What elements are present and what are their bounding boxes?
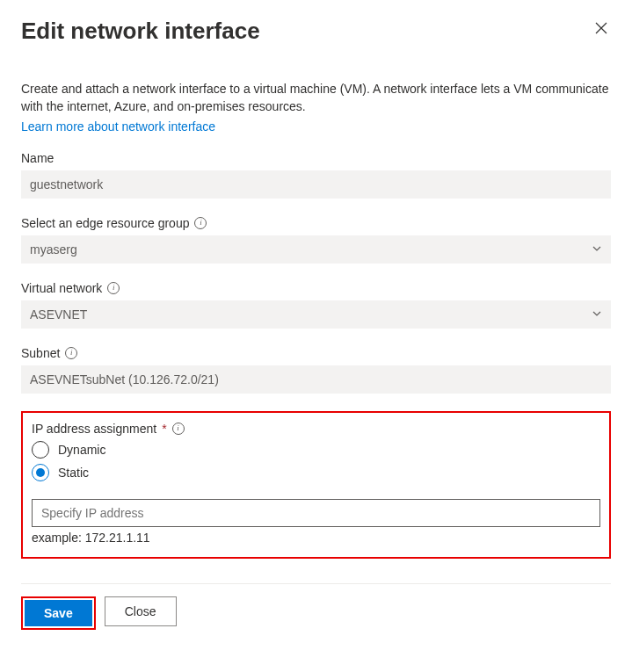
required-asterisk: * — [162, 422, 166, 436]
radio-static[interactable]: Static — [32, 464, 600, 481]
resource-group-label: Select an edge resource group i — [21, 216, 611, 230]
subnet-label: Subnet i — [21, 346, 611, 360]
name-input — [21, 170, 611, 199]
vnet-select[interactable] — [21, 300, 611, 329]
ip-address-input[interactable] — [32, 499, 600, 527]
resource-group-select[interactable] — [21, 235, 611, 264]
subnet-input — [21, 365, 611, 394]
save-button[interactable]: Save — [25, 600, 92, 626]
save-highlight: Save — [21, 596, 96, 630]
ip-example-text: example: 172.21.1.11 — [32, 531, 600, 545]
learn-more-link[interactable]: Learn more about network interface — [21, 119, 611, 134]
ip-assignment-label: IP address assignment * i — [32, 422, 600, 436]
divider — [21, 583, 611, 584]
info-icon[interactable]: i — [107, 282, 120, 294]
ip-assignment-section: IP address assignment * i Dynamic Static… — [21, 411, 611, 559]
page-title: Edit network interface — [21, 18, 260, 45]
radio-icon — [32, 441, 49, 459]
radio-dynamic[interactable]: Dynamic — [32, 441, 600, 459]
vnet-label: Virtual network i — [21, 281, 611, 295]
close-button[interactable]: Close — [105, 596, 177, 626]
radio-static-label: Static — [58, 466, 89, 480]
info-icon[interactable]: i — [172, 423, 185, 435]
info-icon[interactable]: i — [194, 217, 207, 229]
name-label: Name — [21, 151, 611, 165]
radio-dynamic-label: Dynamic — [58, 443, 105, 457]
description-text: Create and attach a network interface to… — [21, 80, 611, 116]
close-icon[interactable] — [592, 18, 611, 40]
info-icon[interactable]: i — [65, 347, 77, 359]
radio-icon — [32, 464, 49, 481]
